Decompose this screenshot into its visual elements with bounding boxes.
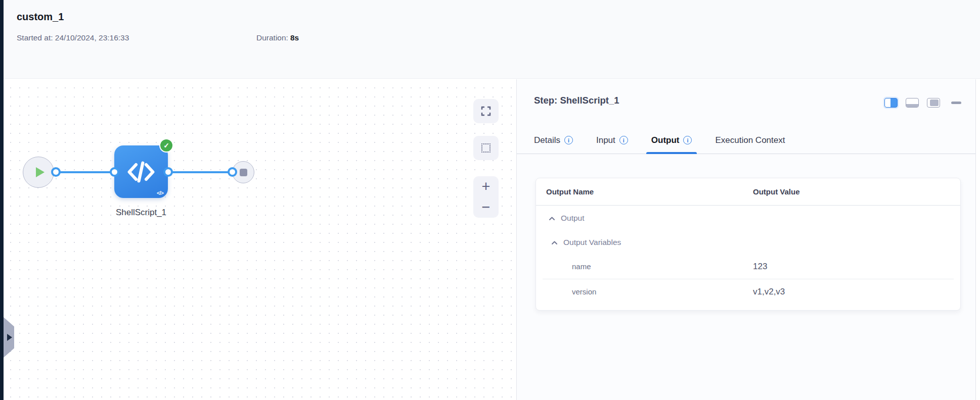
code-icon [126, 160, 156, 184]
started-at-text: Started at: 24/10/2024, 23:16:33 [17, 33, 129, 42]
chevron-up-icon[interactable] [551, 240, 558, 245]
tab-input[interactable]: Input i [596, 127, 628, 154]
group-row-output-variables[interactable]: Output Variables [536, 231, 960, 254]
check-glyph: ✓ [163, 141, 169, 149]
table-row-name: name 123 [536, 254, 960, 279]
execution-header: custom_1 Started at: 24/10/2024, 23:16:3… [4, 0, 980, 79]
tab-execution-context-label: Execution Context [715, 135, 785, 145]
started-at-value: 24/10/2024, 23:16:33 [55, 33, 129, 42]
output-table-header: Output Name Output Value [536, 178, 960, 206]
step-tabs: Details i Input i Output i Execution Con… [517, 127, 975, 154]
info-icon[interactable]: i [564, 136, 573, 144]
expand-sidebar-handle[interactable] [4, 317, 14, 358]
tab-details-label: Details [534, 135, 560, 145]
bottom-panel-button[interactable] [906, 98, 919, 108]
node-label: ShellScript_1 [91, 208, 192, 218]
split-view-button[interactable] [884, 98, 898, 108]
stop-icon [240, 169, 247, 176]
start-node[interactable] [23, 157, 54, 188]
connector-edge-start [56, 171, 114, 173]
triangle-right-icon [7, 334, 12, 341]
step-panel-title: Step: ShellScript_1 [534, 95, 619, 106]
right-panel-button[interactable] [927, 98, 940, 108]
port-step-in[interactable] [110, 167, 119, 177]
duration-text: Duration:8s [256, 33, 299, 42]
output-value-cell: 123 [753, 262, 767, 272]
output-table-card: Output Name Output Value Output Output V… [536, 178, 961, 311]
code-small-icon: </> [157, 190, 163, 196]
zoom-controls: + − [473, 176, 499, 218]
fullscreen-button[interactable] [473, 99, 499, 123]
port-end-in[interactable] [228, 167, 237, 177]
port-step-out[interactable] [163, 167, 173, 177]
info-icon[interactable]: i [619, 136, 628, 144]
info-icon[interactable]: i [683, 136, 692, 144]
output-name-cell: name [536, 262, 753, 271]
workflow-canvas[interactable]: </> ✓ ShellScript_1 + − [4, 79, 516, 400]
started-at-label: Started at: [17, 33, 53, 42]
play-icon [36, 167, 44, 177]
tab-details[interactable]: Details i [534, 127, 573, 154]
output-name-cell: version [536, 287, 753, 296]
tab-output-label: Output [651, 135, 680, 145]
bottom-panel-icon [906, 98, 919, 108]
chevron-up-icon[interactable] [549, 216, 555, 221]
tab-output[interactable]: Output i [651, 127, 692, 154]
expand-corners-icon [480, 106, 492, 117]
step-detail-panel: Step: ShellScript_1 Details i Input i [516, 79, 976, 400]
connector-edge-end [168, 171, 232, 173]
port-start-out[interactable] [51, 167, 61, 177]
tab-input-label: Input [596, 135, 615, 145]
zoom-in-button[interactable]: + [473, 176, 499, 197]
left-sidebar-strip [0, 0, 4, 400]
column-output-value: Output Value [753, 187, 800, 196]
table-row-version: version v1,v2,v3 [536, 279, 960, 304]
column-output-name: Output Name [536, 187, 753, 196]
output-value-cell: v1,v2,v3 [753, 287, 785, 297]
zoom-out-button[interactable]: − [473, 197, 499, 218]
split-view-icon [884, 98, 898, 108]
minimize-icon [951, 102, 961, 104]
success-check-icon: ✓ [159, 138, 173, 153]
minimize-button[interactable] [948, 102, 961, 104]
pipeline-title: custom_1 [17, 11, 64, 23]
tab-execution-context[interactable]: Execution Context [715, 127, 785, 154]
group-row-output[interactable]: Output [536, 206, 960, 231]
duration-value: 8s [290, 33, 299, 42]
marquee-icon [481, 143, 491, 153]
step-node-shellscript[interactable]: </> ✓ [114, 145, 168, 198]
panel-layout-controls [884, 98, 961, 108]
right-panel-icon [927, 98, 940, 108]
group-label: Output [561, 214, 585, 223]
app-root: custom_1 Started at: 24/10/2024, 23:16:3… [0, 0, 980, 400]
group-label: Output Variables [563, 238, 621, 247]
marquee-select-button[interactable] [473, 136, 499, 160]
duration-label: Duration: [256, 33, 288, 42]
